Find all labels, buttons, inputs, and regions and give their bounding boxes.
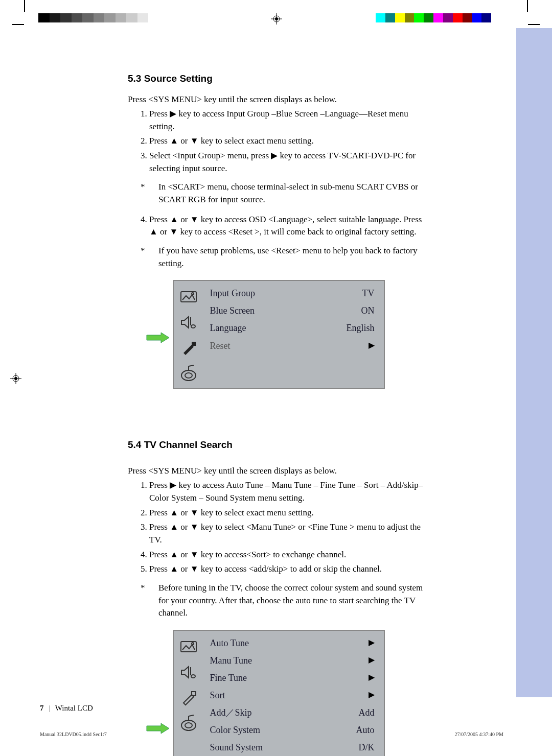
- osd1-value: ▶: [369, 339, 375, 352]
- setup-icon: [178, 337, 199, 359]
- osd2-label: Sort: [210, 689, 225, 702]
- footer-title: Wintal LCD: [55, 704, 93, 712]
- osd2-value: D/K: [359, 741, 375, 754]
- svg-point-27: [185, 723, 192, 728]
- s53-note-reset: If you have setup problems, use <Reset> …: [158, 245, 429, 270]
- svg-point-18: [191, 325, 195, 328]
- s54-step-3: Press ▲ or ▼ key to select <Manu Tune> o…: [149, 521, 429, 546]
- osd2-value: Auto: [356, 723, 375, 737]
- picture-icon: [178, 636, 199, 657]
- svg-point-26: [181, 720, 196, 730]
- osd1-label: Blue Screen: [210, 304, 255, 317]
- section-5-4-heading: 5.4 TV Channel Search: [128, 438, 429, 452]
- sidebar-tab: [516, 28, 552, 697]
- osd2-label: Color System: [210, 723, 261, 737]
- tuning-icon: [178, 713, 199, 734]
- osd2-label: Auto Tune: [210, 636, 249, 650]
- svg-point-20: [181, 370, 196, 381]
- osd2-value: ▶: [369, 671, 375, 684]
- picture-icon: [178, 286, 199, 308]
- svg-rect-19: [192, 342, 196, 346]
- osd2-value: ▶: [369, 689, 375, 702]
- osd2-value: ▶: [369, 636, 375, 650]
- osd1-value: English: [346, 321, 374, 335]
- s54-step-4: Press ▲ or ▼ key to access<Sort> to exch…: [149, 549, 429, 561]
- s53-note-scart: In <SCART> menu, choose terminal-select …: [158, 181, 429, 206]
- color-bar: [376, 13, 501, 22]
- print-timestamp: 27/07/2005 4:37:40 PM: [454, 731, 503, 737]
- s53-step-3: Select <Input Group> menu, press ▶ key t…: [149, 150, 429, 175]
- osd2-label: Fine Tune: [210, 671, 247, 684]
- osd-panel-channel: Auto Tune▶ Manu Tune▶ Fine Tune▶ Sort▶ A…: [173, 630, 385, 756]
- tuning-icon: [178, 363, 199, 384]
- osd1-label: Reset: [210, 339, 231, 352]
- grayscale-bar: [38, 13, 148, 22]
- s54-step-2: Press ▲ or ▼ key to select exact menu se…: [149, 507, 429, 519]
- s54-intro: Press <SYS MENU> key until the screen di…: [128, 465, 429, 478]
- setup-icon: [178, 687, 199, 708]
- osd2-label: Manu Tune: [210, 654, 252, 667]
- sound-icon: [178, 662, 199, 683]
- osd1-value: ON: [361, 304, 375, 317]
- svg-point-17: [192, 293, 194, 295]
- osd-panel-source: Input GroupTV Blue ScreenON LanguageEngl…: [173, 280, 385, 389]
- registration-mark-left: [10, 373, 21, 384]
- osd1-label: Language: [210, 321, 246, 335]
- s53-step-4: Press ▲ or ▼ key to access OSD <Language…: [149, 214, 429, 239]
- svg-point-23: [192, 643, 194, 645]
- sound-icon: [178, 312, 199, 333]
- osd2-value: ▶: [369, 654, 375, 667]
- pointer-arrow-icon: [146, 332, 170, 343]
- s53-intro: Press <SYS MENU> key until the screen di…: [128, 93, 429, 106]
- svg-point-24: [191, 675, 195, 678]
- osd2-label: Sound System: [210, 741, 263, 754]
- indesign-slug: Manual 32LDVD05.indd Sec1:7: [40, 731, 107, 737]
- osd1-value: TV: [362, 287, 375, 300]
- osd2-label: Add／Skip: [210, 706, 252, 719]
- page-number: 7: [40, 704, 44, 712]
- s54-step-5: Press ▲ or ▼ key to access <add/skip> to…: [149, 563, 429, 576]
- osd2-value: Add: [359, 706, 375, 719]
- svg-point-21: [185, 373, 192, 378]
- section-5-3-heading: 5.3 Source Setting: [128, 72, 429, 86]
- s53-step-1: Press ▶ key to access Input Group –Blue …: [149, 108, 429, 133]
- s54-note: Before tuning in the TV, choose the corr…: [158, 582, 429, 620]
- s54-step-1: Press ▶ key to access Auto Tune – Manu T…: [149, 479, 429, 504]
- osd1-label: Input Group: [210, 287, 256, 300]
- registration-mark-top: [271, 13, 282, 25]
- s53-step-2: Press ▲ or ▼ key to select exact menu se…: [149, 135, 429, 148]
- page-footer: 7 | Wintal LCD: [40, 704, 93, 713]
- pointer-arrow-icon: [146, 723, 170, 734]
